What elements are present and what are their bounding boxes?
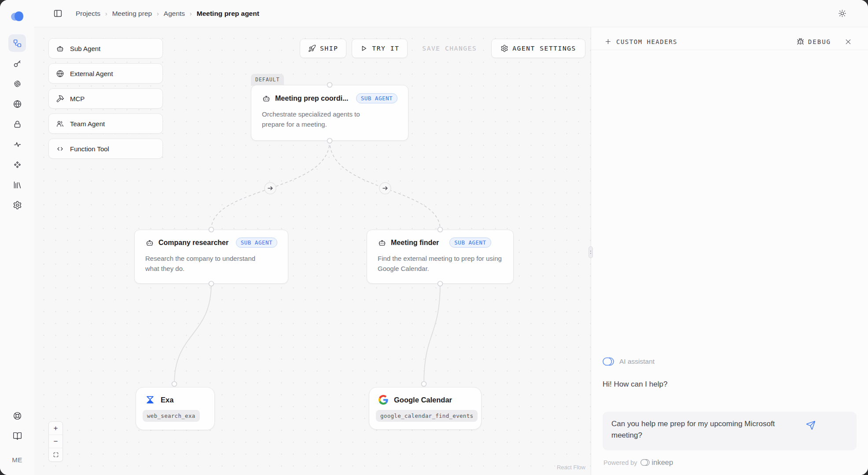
zoom-out-button[interactable]: − [49,435,63,448]
rail-item-components[interactable] [8,156,26,173]
tool-title: Exa [161,396,173,404]
zoom-controls: + − [48,421,63,462]
palette-item-external-agent[interactable]: External Agent [48,63,163,84]
default-agent-chip: DEFAULT [251,74,284,86]
breadcrumb-agents[interactable]: Agents [164,10,185,18]
breadcrumb: Projects › Meeting prep › Agents › Meeti… [76,10,259,18]
rail-item-traces[interactable] [8,135,26,153]
rail-item-api-keys[interactable] [8,55,26,72]
rail-item-credentials[interactable] [8,115,26,133]
save-changes-label: SAVE CHANGES [422,45,477,52]
exa-logo [145,395,155,405]
globe-icon [13,99,22,109]
rail-item-help[interactable] [8,407,26,424]
rail-item-docs[interactable] [8,427,26,445]
rail-item-library[interactable] [8,176,26,194]
palette-item-label: Team Agent [70,120,105,128]
node-header: Company researcher SUB AGENT [145,238,277,248]
docs-icon [13,431,22,441]
edge-arrow-marker [379,183,391,194]
palette-item-label: Sub Agent [70,45,100,52]
bot-icon [145,238,154,247]
ship-button[interactable]: SHIP [300,39,346,58]
node-google-calendar-tool[interactable]: Google Calendar google_calendar_find_eve… [369,387,482,430]
node-company-researcher[interactable]: Company researcher SUB AGENT Research th… [134,230,288,284]
sub-agent-badge: SUB AGENT [236,238,277,248]
inkeep-mark-icon [603,356,614,367]
node-meeting-finder[interactable]: Meeting finder SUB AGENT Find the extern… [367,230,514,284]
edge-coordinator-researcher [211,141,330,230]
tool-tag: web_search_exa [143,410,200,422]
node-description: Research the company to understand what … [145,253,261,274]
close-panel-button[interactable] [843,37,853,47]
play-icon [360,44,368,52]
edge-arrow-marker [265,183,276,194]
code-icon [56,145,64,153]
chat-input-value[interactable]: Can you help me prep for my upcoming Mic… [611,418,805,441]
react-flow-attribution[interactable]: React Flow [557,464,585,471]
app-window: ME Projects › Meeting prep › Agents › Me… [0,0,868,475]
assistant-row: AI assistant [603,356,857,367]
user-avatar[interactable]: ME [11,454,23,465]
icon-rail: ME [0,0,34,475]
rail-item-logs[interactable] [8,75,26,92]
rail-item-graph[interactable] [8,34,26,52]
breadcrumb-separator: › [190,10,192,17]
library-icon [13,180,22,190]
debug-button[interactable]: DEBUG [797,38,831,45]
graph-canvas[interactable]: Sub Agent External Agent MCP Team Agent [34,27,591,475]
inkeep-logo[interactable] [10,10,25,23]
node-header: Meeting finder SUB AGENT [378,238,503,248]
panel-left-icon [53,9,63,18]
try-it-button[interactable]: TRY IT [352,39,408,58]
rail-item-domains[interactable] [8,95,26,113]
inkeep-brand-link[interactable]: inkeep [652,458,673,467]
globe-icon [56,69,64,78]
ship-button-label: SHIP [320,45,338,52]
rail-item-settings[interactable] [8,196,26,214]
send-button[interactable] [805,420,817,431]
node-description: Find the external meeting to prep for us… [378,253,503,274]
sun-icon [838,9,846,18]
handle-gcal-top [422,382,427,387]
try-it-button-label: TRY IT [372,45,399,52]
content-row: Sub Agent External Agent MCP Team Agent [34,27,868,475]
fit-view-button[interactable] [49,448,63,461]
node-palette: Sub Agent External Agent MCP Team Agent [48,38,163,159]
handle-exa-top [172,382,177,387]
settings-icon [13,201,22,210]
canvas-toolbar: SHIP TRY IT SAVE CHANGES AGENT SETTINGS [300,39,585,58]
panel-resize-handle[interactable] [588,246,593,258]
node-exa-tool[interactable]: Exa web_search_exa [136,387,215,430]
google-logo [379,395,388,405]
palette-item-label: External Agent [70,70,113,77]
agent-settings-button[interactable]: AGENT SETTINGS [491,39,585,58]
custom-headers-button[interactable]: CUSTOM HEADERS [604,38,677,45]
help-icon [13,411,22,420]
palette-item-mcp[interactable]: MCP [48,88,163,109]
theme-toggle-button[interactable] [836,8,848,19]
bot-icon [378,238,386,247]
node-meeting-prep-coordinator[interactable]: Meeting prep coordi... SUB AGENT Orchest… [251,85,408,141]
main-column: Projects › Meeting prep › Agents › Meeti… [34,0,868,475]
breadcrumb-project[interactable]: Meeting prep [112,10,152,18]
tool-header: Google Calendar [376,395,474,405]
breadcrumb-projects[interactable]: Projects [76,10,100,18]
palette-item-sub-agent[interactable]: Sub Agent [48,38,163,58]
chat-input[interactable]: Can you help me prep for my upcoming Mic… [603,412,857,450]
sidebar-toggle-button[interactable] [52,8,63,19]
key-icon [13,59,22,68]
send-icon [806,420,816,430]
rail-nav [8,34,26,214]
save-changes-button[interactable]: SAVE CHANGES [413,39,486,58]
inkeep-mark-icon [640,458,650,467]
node-description: Orchestrate specialized agents to prepar… [262,109,376,129]
tool-header: Exa [143,395,208,405]
node-title: Company researcher [158,239,228,247]
palette-item-team-agent[interactable]: Team Agent [48,113,163,134]
bot-icon [262,94,271,103]
gear-icon [500,44,508,52]
zoom-in-button[interactable]: + [49,422,63,435]
palette-item-function-tool[interactable]: Function Tool [48,139,163,159]
breadcrumb-current: Meeting prep agent [197,10,259,18]
